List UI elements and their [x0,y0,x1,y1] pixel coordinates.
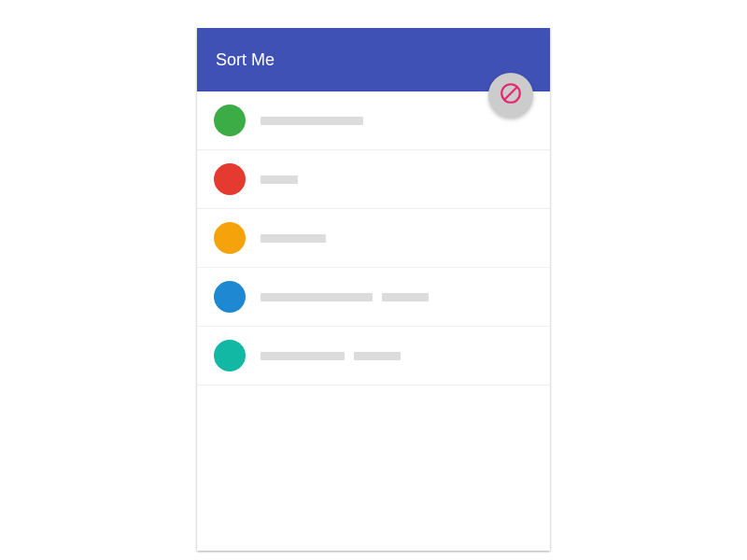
placeholder-bar [261,352,345,360]
svg-line-1 [505,88,517,100]
app-title: Sort Me [216,50,275,70]
color-dot-icon [214,281,246,313]
color-dot-icon [214,340,246,371]
list-item[interactable] [197,209,550,268]
sortable-list [197,91,550,385]
list-item[interactable] [197,327,550,385]
color-dot-icon [214,222,246,254]
placeholder-bar [261,175,298,184]
placeholder-bar [354,352,401,360]
app-window: Sort Me [197,28,550,551]
item-text-placeholder [261,117,363,125]
list-item[interactable] [197,268,550,327]
item-text-placeholder [261,234,326,243]
placeholder-bar [382,293,429,301]
fab-filter-button[interactable] [488,73,533,118]
no-filter-icon [499,81,523,109]
placeholder-bar [261,117,363,125]
list-item[interactable] [197,150,550,209]
item-text-placeholder [261,175,298,184]
color-dot-icon [214,105,246,136]
placeholder-bar [261,293,373,301]
placeholder-bar [261,234,326,243]
item-text-placeholder [261,293,429,301]
color-dot-icon [214,163,246,195]
item-text-placeholder [261,352,401,360]
